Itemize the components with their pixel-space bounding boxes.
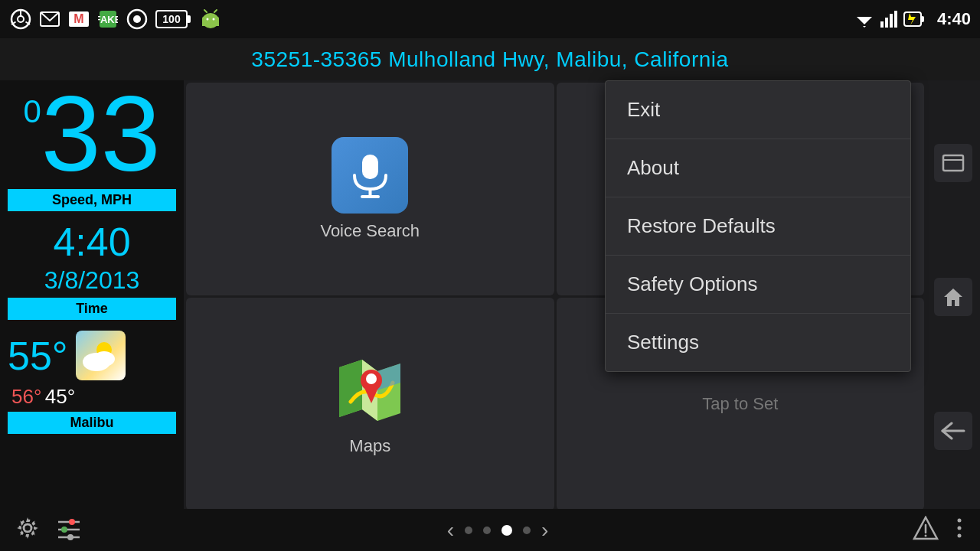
bottom-nav-dots: ‹ ›	[447, 518, 549, 543]
svg-rect-29	[921, 16, 924, 22]
svg-rect-34	[362, 155, 378, 179]
voice-search-cell[interactable]: Voice Search	[186, 83, 554, 295]
svg-text:100: 100	[162, 13, 181, 25]
svg-point-1	[18, 16, 24, 22]
bottom-bar: ‹ ›	[0, 509, 980, 551]
time-display: 4:40	[53, 219, 130, 265]
svg-text:M: M	[74, 12, 83, 25]
dropdown-menu: Exit About Restore Defaults Safety Optio…	[605, 80, 911, 372]
svg-point-53	[69, 519, 75, 525]
signal-icon	[880, 11, 897, 28]
speed-number: 33	[41, 80, 161, 187]
voice-search-label: Voice Search	[320, 221, 420, 241]
status-time: 4:40	[937, 9, 971, 29]
bottom-left-icons	[15, 516, 83, 545]
right-sidebar	[926, 80, 980, 513]
weather-section: 55°	[8, 331, 176, 380]
speed-zero: 0	[23, 96, 41, 128]
steering-wheel-icon	[9, 8, 32, 31]
svg-point-19	[213, 18, 215, 21]
svg-point-55	[61, 527, 67, 533]
svg-point-43	[366, 373, 377, 384]
svg-point-63	[958, 533, 962, 537]
left-panel: 0 33 Speed, MPH 4:40 3/8/2013 Time 55° 5…	[0, 80, 184, 513]
menu-item-about[interactable]: About	[606, 139, 910, 197]
tap-to-set-label: Tap to Set	[702, 394, 778, 414]
temperature-display: 55°	[8, 333, 68, 379]
android-icon	[199, 8, 222, 31]
svg-marker-23	[863, 26, 866, 28]
svg-line-20	[204, 10, 207, 12]
address-text: 35251-35365 Mulholland Hwy, Malibu, Cali…	[251, 47, 728, 72]
svg-marker-30	[908, 13, 916, 25]
menu-item-settings[interactable]: Settings	[606, 314, 910, 371]
microphone-icon	[345, 151, 395, 201]
svg-marker-22	[857, 17, 872, 24]
svg-rect-24	[880, 21, 884, 28]
prev-page-button[interactable]: ‹	[447, 518, 454, 543]
date-display: 3/8/2013	[44, 266, 140, 295]
maps-icon	[332, 352, 408, 429]
location-label: Malibu	[8, 412, 176, 434]
home-icon-btn[interactable]	[934, 278, 972, 316]
svg-rect-26	[890, 14, 893, 28]
equalizer-icon[interactable]	[55, 516, 83, 545]
window-icon[interactable]	[934, 144, 972, 182]
svg-line-21	[214, 10, 217, 12]
page-dot-2	[483, 527, 491, 534]
maps-label: Maps	[349, 436, 390, 456]
next-page-button[interactable]: ›	[541, 518, 548, 543]
warning-icon[interactable]	[913, 516, 939, 545]
svg-point-11	[133, 15, 141, 23]
menu-item-safety-options[interactable]: Safety Options	[606, 256, 910, 314]
svg-rect-45	[943, 155, 963, 171]
temp-high: 56°	[11, 385, 41, 408]
sliders-icon	[55, 516, 83, 540]
maps-cell[interactable]: Maps	[186, 298, 554, 510]
svg-point-50	[24, 524, 31, 532]
svg-marker-40	[339, 360, 362, 417]
temp-range: 56° 45°	[8, 385, 176, 409]
svg-point-60	[925, 534, 927, 536]
svg-text:FAKE: FAKE	[98, 14, 118, 25]
weather-icon	[76, 331, 126, 380]
maps-logo-icon	[335, 356, 404, 425]
back-arrow-icon	[941, 422, 965, 440]
window-button-icon	[942, 154, 965, 172]
speed-display: 0 33	[23, 88, 160, 187]
status-icons-right: 4:40	[854, 9, 971, 29]
settings-gear-icon[interactable]	[15, 516, 40, 545]
svg-point-18	[207, 18, 209, 21]
svg-rect-25	[885, 18, 888, 28]
tag-icon: FAKE	[96, 8, 119, 31]
svg-point-62	[958, 526, 962, 530]
svg-rect-17	[202, 17, 219, 21]
back-icon-btn[interactable]	[934, 412, 972, 450]
svg-rect-13	[187, 15, 191, 23]
temp-low: 45°	[45, 385, 75, 408]
speed-label: Speed, MPH	[8, 189, 176, 211]
bottom-right-icons	[913, 516, 965, 545]
svg-point-51	[20, 520, 35, 536]
more-options-button[interactable]	[954, 516, 965, 545]
time-label: Time	[8, 298, 176, 320]
svg-point-61	[958, 518, 962, 522]
email-icon	[38, 8, 61, 31]
status-bar: M FAKE 100	[0, 0, 980, 38]
svg-marker-47	[944, 289, 962, 306]
steam-icon	[126, 8, 149, 31]
wifi-icon	[854, 11, 874, 28]
menu-item-restore-defaults[interactable]: Restore Defaults	[606, 197, 910, 256]
menu-item-exit[interactable]: Exit	[606, 81, 910, 139]
status-icons-left: M FAKE 100	[9, 8, 222, 31]
svg-point-57	[67, 534, 74, 540]
home-icon	[942, 286, 964, 308]
battery-charging-icon	[903, 11, 925, 28]
voice-search-icon-bg	[332, 137, 408, 214]
page-dot-1	[465, 527, 472, 534]
svg-rect-27	[894, 11, 897, 28]
svg-point-33	[93, 351, 115, 367]
page-dot-3	[501, 525, 512, 536]
gmail-icon: M	[67, 8, 90, 31]
page-dot-4	[523, 527, 531, 534]
